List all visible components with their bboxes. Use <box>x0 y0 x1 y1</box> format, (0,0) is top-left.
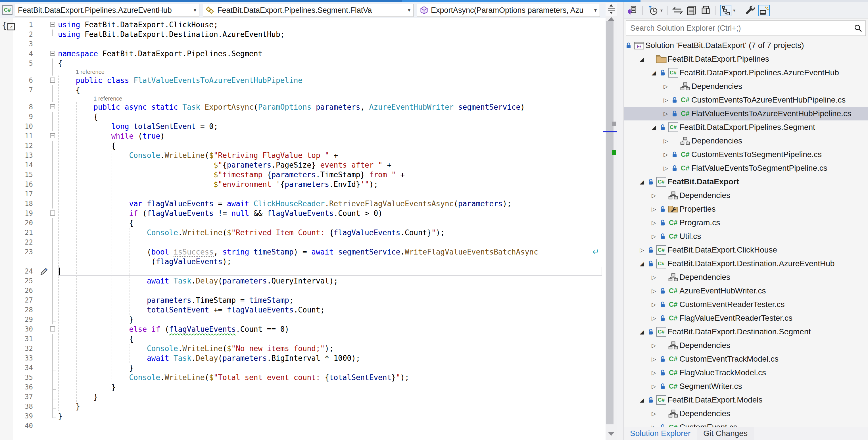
expand-arrow-icon[interactable]: ▷ <box>649 315 658 321</box>
sync-with-active-document-icon[interactable] <box>672 5 683 16</box>
panel-splitter[interactable] <box>617 2 624 440</box>
tree-item[interactable]: ▷C#FlagValueTrackModel.cs <box>624 366 868 379</box>
collapse-arrow-icon[interactable]: ◢ <box>638 328 647 335</box>
collapse-arrow-icon[interactable]: ◢ <box>638 178 647 185</box>
expand-arrow-icon[interactable]: ▷ <box>649 383 658 390</box>
code-line[interactable]: 20 { <box>0 218 606 228</box>
codelens-references[interactable]: 1 reference <box>76 68 104 75</box>
tree-item[interactable]: ▷Dependencies <box>624 134 868 148</box>
tree-item[interactable]: Solution 'FeatBit.DataExport' (7 of 7 pr… <box>624 39 868 52</box>
expand-arrow-icon[interactable]: ▷ <box>661 151 670 158</box>
expand-arrow-icon[interactable]: ▷ <box>661 83 670 90</box>
scroll-up-arrow[interactable] <box>608 17 615 21</box>
tree-item[interactable]: ▷C#FlatValueEventsToSegmentPipeline.cs <box>624 161 868 175</box>
code-line[interactable]: 27 parameters.TimeStamp = timeStamp; <box>0 295 606 305</box>
expand-arrow-icon[interactable]: ▷ <box>649 192 658 199</box>
tree-item[interactable]: ▷C#AzureEventHubWriter.cs <box>624 284 868 298</box>
code-line[interactable]: 7 { <box>0 85 606 95</box>
tree-item[interactable]: ▷Dependencies <box>624 339 868 352</box>
outline-margin[interactable] <box>39 20 58 30</box>
class-dropdown[interactable]: FeatBit.DataExport.Pipelines.Segment.Fla… <box>203 4 413 17</box>
code-line[interactable]: 34 } <box>0 363 606 373</box>
code-line[interactable]: 30 else if (flagValueEvents.Count == 0) <box>0 324 606 334</box>
expand-arrow-icon[interactable]: ▷ <box>649 369 658 376</box>
code-line[interactable]: 28 totalSentEvent += flagValueEvents.Cou… <box>0 305 606 315</box>
scrollbar-thumb[interactable] <box>606 21 614 425</box>
code-line[interactable]: 15 $"timestamp {parameters.TimeStamp} fr… <box>0 170 606 180</box>
tree-item[interactable]: ▷Dependencies <box>624 189 868 202</box>
tree-item[interactable]: ▷C#Program.cs <box>624 216 868 229</box>
collapse-arrow-icon[interactable]: ◢ <box>649 124 658 131</box>
tree-item[interactable]: ▷C#CustomEventReaderTester.cs <box>624 298 868 311</box>
expand-arrow-icon[interactable]: ▷ <box>661 97 670 103</box>
member-dropdown[interactable]: ExportAsync(ParamOptions parameters, Azu… <box>417 4 600 17</box>
code-line[interactable]: 36 } <box>0 382 606 392</box>
collapse-arrow-icon[interactable]: ◢ <box>649 69 658 76</box>
tree-item[interactable]: ◢C#FeatBit.DataExport.Models <box>624 393 868 407</box>
code-line[interactable]: 40 <box>0 421 606 431</box>
code-line[interactable]: 9 { <box>0 112 606 122</box>
expand-arrow-icon[interactable]: ▷ <box>649 301 658 308</box>
chevron-down-icon[interactable]: ▾ <box>660 8 663 13</box>
scroll-down-arrow[interactable] <box>608 432 615 436</box>
editor-scrollbar[interactable] <box>606 2 617 440</box>
tree-item[interactable]: ◢C#FeatBit.DataExport <box>624 175 868 189</box>
code-line[interactable]: 10 long totalSentEvent = 0; <box>0 122 606 131</box>
code-line[interactable]: 17 <box>0 189 606 199</box>
code-line[interactable]: 24 <box>0 266 606 276</box>
code-line[interactable]: 6 public class FlatValueEventsToAzureEve… <box>0 75 606 85</box>
code-line[interactable]: 37 } <box>0 392 606 402</box>
expand-arrow-icon[interactable]: ▷ <box>638 247 647 253</box>
collapse-arrow-icon[interactable]: ◢ <box>638 397 647 403</box>
outline-margin[interactable] <box>39 131 58 141</box>
expand-arrow-icon[interactable]: ▷ <box>649 206 658 213</box>
code-line[interactable]: (flagValueEvents); <box>0 257 606 266</box>
code-line[interactable]: 22 <box>0 238 606 247</box>
code-line[interactable]: 26 <box>0 286 606 295</box>
code-line[interactable]: 29 } <box>0 315 606 324</box>
expand-arrow-icon[interactable]: ▷ <box>649 424 658 427</box>
tree-item[interactable]: ▷C#Util.cs <box>624 229 868 243</box>
code-line[interactable]: 1using FeatBit.DataExport.ClickHouse; <box>0 20 606 30</box>
tree-item[interactable]: ◢C#FeatBit.DataExport.Pipelines.AzureEve… <box>624 66 868 80</box>
code-line[interactable]: 3 <box>0 39 606 49</box>
code-line[interactable]: 39} <box>0 411 606 421</box>
expand-arrow-icon[interactable]: ▷ <box>661 165 670 171</box>
tree-item[interactable]: ▷C#CustomEventsToAzureEventHubPipeline.c… <box>624 93 868 107</box>
code-line[interactable]: 18 var flagValueEvents = await ClickHous… <box>0 199 606 209</box>
tree-item[interactable]: ▷C#FlagValueEventReaderTester.cs <box>624 311 868 325</box>
editor-split-handle[interactable] <box>606 3 617 16</box>
expand-arrow-icon[interactable]: ▷ <box>649 219 658 226</box>
code-line[interactable]: 35 Console.WriteLine($"Total sent event … <box>0 373 606 382</box>
search-icon[interactable] <box>854 24 863 33</box>
collapse-arrow-icon[interactable]: ◢ <box>638 260 647 267</box>
tree-item[interactable]: ▷Dependencies <box>624 271 868 284</box>
collapse-arrow-icon[interactable]: ◢ <box>638 56 647 62</box>
code-line[interactable]: 21 Console.WriteLine($"Retrived Item Cou… <box>0 228 606 238</box>
outline-margin[interactable] <box>39 75 58 85</box>
code-line[interactable]: 19 if (flagValueEvents != null && flagVa… <box>0 209 606 218</box>
code-line[interactable]: 5{ <box>0 59 606 68</box>
tree-item[interactable]: ◢FeatBit.DataExport.Pipelines <box>624 52 868 66</box>
tab-solution-explorer[interactable]: Solution Explorer <box>624 427 697 440</box>
pending-changes-filter-icon[interactable] <box>647 5 659 16</box>
tab-git-changes[interactable]: Git Changes <box>697 427 754 440</box>
code-line[interactable]: 38 } <box>0 402 606 411</box>
code-line[interactable]: 14 $"{parameters.PageSize} events after … <box>0 160 606 170</box>
tree-item[interactable]: ▷Dependencies <box>624 407 868 420</box>
code-line[interactable]: 11 while (true) <box>0 131 606 141</box>
code-line[interactable]: 23 (bool isSuccess, string timeStamp) = … <box>0 247 606 257</box>
code-line[interactable]: 4namespace FeatBit.DataExport.Pipelines.… <box>0 49 606 59</box>
solution-hierarchy-icon[interactable] <box>720 5 732 16</box>
tree-item[interactable]: ▷C#FeatBit.DataExport.ClickHouse <box>624 243 868 257</box>
tree-item[interactable]: ◢C#FeatBit.DataExport.Pipelines.Segment <box>624 120 868 134</box>
outline-margin[interactable] <box>39 324 58 334</box>
code-line[interactable]: 8 public async static Task ExportAsync(P… <box>0 102 606 112</box>
tree-item[interactable]: ▷Properties <box>624 202 868 216</box>
tree-item[interactable]: ◢C#FeatBit.DataExport.Destination.Segmen… <box>624 325 868 339</box>
chevron-down-icon[interactable]: ▾ <box>733 8 735 13</box>
switch-views-icon[interactable] <box>627 5 638 16</box>
code-line[interactable]: 2using FeatBit.DataExport.Destination.Az… <box>0 30 606 39</box>
properties-wrench-icon[interactable] <box>745 5 756 16</box>
expand-arrow-icon[interactable]: ▷ <box>649 233 658 240</box>
